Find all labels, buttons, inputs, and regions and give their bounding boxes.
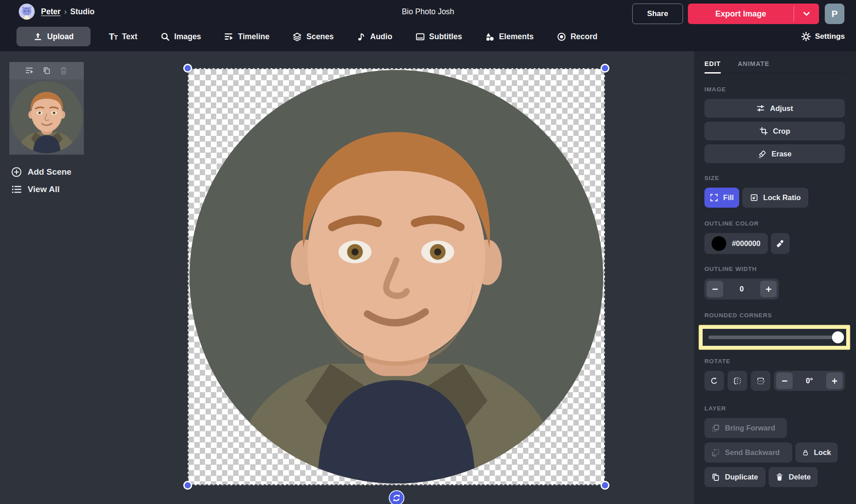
timeline-icon xyxy=(25,66,34,75)
list-icon xyxy=(11,184,22,195)
resize-handle-top-right[interactable] xyxy=(601,64,609,73)
bring-forward-label: Bring Forward xyxy=(725,424,775,432)
share-button-label: Share xyxy=(647,9,668,18)
user-initial: P xyxy=(831,8,838,19)
export-dropdown-button[interactable] xyxy=(794,4,819,24)
fill-corners-icon xyxy=(710,193,718,202)
flip-vertical-icon xyxy=(756,377,765,385)
sliders-icon xyxy=(756,104,765,113)
trash-icon xyxy=(775,473,784,481)
toolbar-label: Audio xyxy=(370,32,392,41)
crop-icon xyxy=(759,127,768,135)
resize-handle-top-left[interactable] xyxy=(183,64,192,73)
outline-width-increase-button[interactable] xyxy=(760,281,777,297)
panel-tabs: EDIT ANIMATE xyxy=(704,51,845,74)
settings-button[interactable]: Settings xyxy=(801,27,845,46)
toolbar-label: Scenes xyxy=(306,32,333,41)
upload-button[interactable]: Upload xyxy=(16,27,91,46)
tab-edit[interactable]: EDIT xyxy=(704,60,721,73)
eyedropper-button[interactable] xyxy=(771,233,790,254)
scene-thumbnail-image[interactable] xyxy=(9,79,84,155)
eyedropper-icon xyxy=(776,239,785,248)
record-icon xyxy=(557,32,566,41)
shapes-icon xyxy=(485,32,494,41)
send-backward-button[interactable]: Send Backward xyxy=(704,443,792,463)
outline-width-stepper: 0 xyxy=(704,279,779,299)
toolbar-item-record[interactable]: Record xyxy=(557,32,597,41)
toolbar-label: Subtitles xyxy=(429,32,462,41)
crop-label: Crop xyxy=(773,127,790,135)
scene-thumbnail[interactable] xyxy=(9,62,84,155)
flip-horizontal-button[interactable] xyxy=(728,371,747,391)
rounded-corners-slider[interactable] xyxy=(703,329,846,346)
toolbar-item-timeline[interactable]: Timeline xyxy=(224,32,270,41)
duplicate-button[interactable]: Duplicate xyxy=(704,467,765,487)
view-all-label: View All xyxy=(28,184,60,194)
fill-button[interactable]: Fill xyxy=(704,188,739,208)
toolbar-item-subtitles[interactable]: Subtitles xyxy=(416,32,462,41)
toolbar-item-scenes[interactable]: Scenes xyxy=(292,32,333,41)
toolbar-label: Timeline xyxy=(238,32,270,41)
slider-track[interactable] xyxy=(708,336,840,339)
music-note-icon xyxy=(357,32,366,41)
subtitles-icon xyxy=(416,32,425,41)
toolbar-item-audio[interactable]: Audio xyxy=(357,32,392,41)
slider-thumb[interactable] xyxy=(832,332,844,344)
rotate-icon xyxy=(710,377,719,385)
resize-handle-bottom-right[interactable] xyxy=(601,481,609,490)
breadcrumb-separator: › xyxy=(64,7,67,16)
send-backward-label: Send Backward xyxy=(725,448,780,457)
rotate-decrease-button[interactable] xyxy=(776,373,793,389)
rotate-arrows-icon xyxy=(392,493,401,503)
gear-icon xyxy=(801,32,811,41)
outline-width-decrease-button[interactable] xyxy=(707,281,723,297)
toolbar-label: Elements xyxy=(499,32,534,41)
outline-width-section-label: OUTLINE WIDTH xyxy=(704,266,845,272)
lock-ratio-label: Lock Ratio xyxy=(763,193,801,202)
workspace-avatar[interactable] xyxy=(19,4,35,20)
scene-reorder-button[interactable] xyxy=(25,66,34,75)
scene-delete-button[interactable] xyxy=(59,66,68,75)
resize-handle-bottom-left[interactable] xyxy=(183,481,192,490)
tab-animate[interactable]: ANIMATE xyxy=(738,60,770,73)
toolbar-item-elements[interactable]: Elements xyxy=(485,32,534,41)
toolbar-item-text[interactable]: TT Text xyxy=(109,31,137,42)
add-scene-button[interactable]: Add Scene xyxy=(11,165,71,179)
toolbar-item-images[interactable]: Images xyxy=(160,32,201,41)
timeline-icon xyxy=(224,32,234,41)
delete-button[interactable]: Delete xyxy=(769,467,818,487)
rotate-90-button[interactable] xyxy=(704,371,724,391)
export-image-button[interactable]: Export Image xyxy=(688,4,819,24)
lock-button[interactable]: Lock xyxy=(795,443,838,463)
outline-color-button[interactable]: #000000 xyxy=(704,233,768,254)
adjust-button[interactable]: Adjust xyxy=(704,99,845,118)
erase-button[interactable]: Erase xyxy=(704,144,845,163)
layers-icon xyxy=(292,32,302,41)
lock-ratio-button[interactable]: Lock Ratio xyxy=(742,188,808,208)
bring-forward-icon xyxy=(711,424,720,433)
rotate-handle[interactable] xyxy=(389,490,404,504)
canvas[interactable] xyxy=(188,68,605,485)
minus-icon xyxy=(711,285,719,293)
view-all-button[interactable]: View All xyxy=(11,182,60,197)
rotate-increase-button[interactable] xyxy=(826,373,843,389)
search-icon xyxy=(160,32,170,41)
send-backward-icon xyxy=(711,448,720,457)
share-button[interactable]: Share xyxy=(632,4,683,24)
bring-forward-button[interactable]: Bring Forward xyxy=(704,418,787,438)
flip-horizontal-icon xyxy=(733,377,742,385)
user-avatar[interactable]: P xyxy=(825,4,844,24)
breadcrumb-workspace-link[interactable]: Peter xyxy=(41,7,61,16)
crop-button[interactable]: Crop xyxy=(704,122,845,140)
kapwing-studio-app: Peter › Studio Bio Photo Josh Share Expo… xyxy=(0,0,856,504)
flip-vertical-button[interactable] xyxy=(751,371,770,391)
outline-width-value: 0 xyxy=(723,285,760,293)
rotate-stepper: 0° xyxy=(774,371,845,391)
toolbar-label: Record xyxy=(571,32,597,41)
scene-duplicate-button[interactable] xyxy=(42,66,51,75)
upload-icon xyxy=(33,32,42,41)
selected-image-element[interactable] xyxy=(189,70,603,484)
lock-icon xyxy=(802,448,809,457)
image-section-label: IMAGE xyxy=(704,86,845,93)
minus-icon xyxy=(781,377,789,385)
